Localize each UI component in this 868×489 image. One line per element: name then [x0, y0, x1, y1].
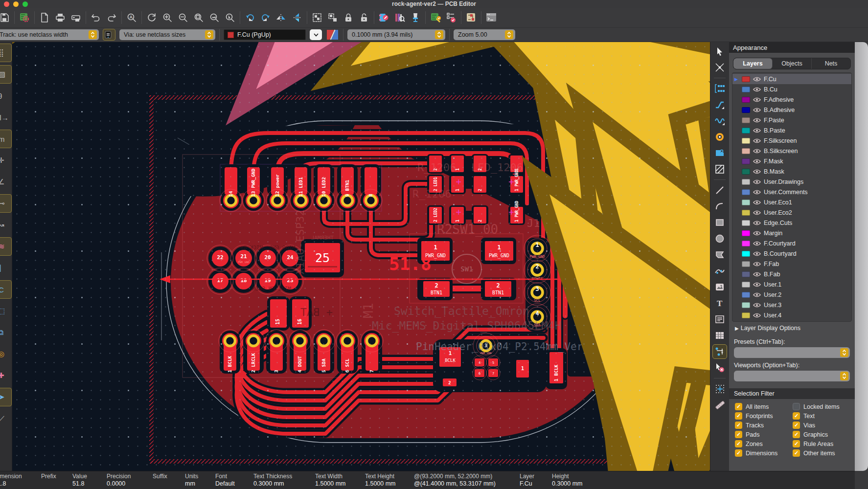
- eye-icon[interactable]: [753, 108, 761, 112]
- eye-icon[interactable]: [753, 221, 761, 225]
- drc-icon[interactable]: [443, 10, 459, 25]
- page-settings-icon[interactable]: [37, 10, 52, 25]
- layer-row[interactable]: F.Mask: [732, 156, 851, 166]
- via-display-tool-partial[interactable]: ∥: [0, 257, 12, 279]
- filter-checkbox[interactable]: [793, 412, 800, 420]
- pad-display-tool-partial[interactable]: ⧉: [0, 322, 12, 343]
- ungroup-icon[interactable]: [325, 10, 341, 25]
- unlock-icon[interactable]: [356, 10, 372, 25]
- plot-icon[interactable]: [68, 10, 84, 25]
- layer-row[interactable]: User.4: [732, 310, 851, 320]
- layer-dropdown-button[interactable]: [310, 29, 322, 40]
- zoom-in-icon[interactable]: [160, 10, 175, 25]
- filter-checkbox[interactable]: [735, 403, 742, 410]
- route-tracks-tool-icon[interactable]: [712, 97, 727, 112]
- eye-icon[interactable]: [753, 272, 761, 277]
- filter-checkbox[interactable]: [735, 431, 742, 438]
- delete-tool-icon[interactable]: [712, 360, 727, 375]
- ratsnest-curved-tool-partial[interactable]: ⊸: [0, 194, 12, 213]
- zoom-fit-page-icon[interactable]: [191, 10, 206, 25]
- add-image-tool-icon[interactable]: [712, 280, 727, 294]
- polar-coords-tool-partial[interactable]: θ: [0, 85, 12, 107]
- add-table-tool-icon[interactable]: [712, 328, 727, 343]
- layer-row[interactable]: F.Fab: [732, 259, 851, 269]
- eye-icon[interactable]: [753, 231, 761, 236]
- via-size-select[interactable]: Via: use netclass sizes: [119, 29, 215, 40]
- add-textbox-tool-icon[interactable]: [712, 312, 727, 327]
- eye-icon[interactable]: [753, 169, 761, 174]
- draw-line-tool-icon[interactable]: [712, 183, 727, 198]
- highcontrast-tool-partial[interactable]: ≋: [0, 237, 12, 256]
- layer-row[interactable]: B.Courtyard: [732, 248, 851, 259]
- eye-icon[interactable]: [753, 251, 761, 256]
- filter-checkbox[interactable]: [735, 422, 742, 429]
- filter-checkbox[interactable]: [793, 449, 800, 457]
- track-width-mode-button[interactable]: [103, 29, 115, 41]
- zoom-select[interactable]: Zoom 5.00: [454, 29, 515, 40]
- tab-nets[interactable]: Nets: [812, 58, 850, 69]
- eye-icon[interactable]: [753, 200, 761, 205]
- ratsnest-lines-tool-partial[interactable]: ∠: [0, 171, 12, 193]
- eye-icon[interactable]: [753, 303, 761, 308]
- zoom-out-icon[interactable]: [175, 10, 191, 25]
- layer-row[interactable]: User.3: [732, 300, 851, 310]
- zone-outline-tool-partial[interactable]: ⬚: [0, 300, 12, 322]
- add-footprint-tool-icon[interactable]: [712, 81, 727, 96]
- layer-row[interactable]: F.Silkscreen: [732, 135, 851, 146]
- units-inch-tool-partial[interactable]: il→: [0, 107, 12, 128]
- layer-row[interactable]: User.2: [732, 289, 851, 300]
- save-icon[interactable]: [0, 10, 12, 25]
- layer-display-options[interactable]: ▶Layer Display Options: [729, 322, 855, 334]
- draw-bezier-tool-icon[interactable]: [712, 264, 727, 278]
- eye-icon[interactable]: [753, 313, 761, 318]
- layer-row[interactable]: F.Adhesive: [732, 94, 851, 105]
- track-width-select[interactable]: Track: use netclass width: [0, 29, 99, 40]
- eye-icon[interactable]: [753, 262, 761, 267]
- undo-icon[interactable]: [88, 10, 104, 25]
- layer-row[interactable]: Edge.Cuts: [732, 218, 851, 228]
- flip-horizontal-icon[interactable]: [274, 10, 289, 25]
- tune-length-tool-icon[interactable]: [712, 113, 727, 128]
- layer-row[interactable]: F.Courtyard: [732, 238, 851, 248]
- filter-checkbox[interactable]: [735, 440, 742, 447]
- scripting-console-icon[interactable]: [483, 10, 499, 25]
- lock-icon[interactable]: [341, 10, 356, 25]
- layer-row-fcu[interactable]: ▶F.Cu: [732, 74, 851, 84]
- find-icon[interactable]: A: [124, 10, 139, 25]
- eye-icon[interactable]: [753, 149, 761, 154]
- eye-icon[interactable]: [753, 159, 761, 164]
- knife-tool-partial[interactable]: ／: [0, 408, 12, 429]
- track-display-tool-partial[interactable]: ↝: [0, 214, 12, 236]
- print-icon[interactable]: [52, 10, 68, 25]
- filter-checkbox[interactable]: [793, 431, 800, 438]
- eye-icon[interactable]: [753, 190, 761, 195]
- filter-checkbox[interactable]: [735, 449, 742, 457]
- layer-row[interactable]: B.Fab: [732, 269, 851, 279]
- layer-row[interactable]: User.Eco1: [732, 197, 851, 207]
- eye-icon[interactable]: [753, 128, 761, 133]
- layer-row[interactable]: B.Paste: [732, 125, 851, 135]
- layer-row[interactable]: B.Adhesive: [732, 105, 851, 115]
- active-layer-select[interactable]: F.Cu (PgUp): [224, 29, 306, 40]
- add-zone-tool-icon[interactable]: [712, 146, 727, 160]
- cross-probe-tool-partial[interactable]: ✚: [0, 365, 12, 386]
- eye-icon[interactable]: [753, 179, 761, 184]
- zoom-selection-icon[interactable]: [222, 10, 238, 25]
- window-edge-scrollbar[interactable]: [855, 42, 868, 471]
- group-icon[interactable]: [309, 10, 325, 25]
- schematic-editor-icon[interactable]: [463, 10, 479, 25]
- grid-style-tool-partial[interactable]: ▨: [0, 65, 12, 84]
- net-inspect-tool-partial[interactable]: ◎: [0, 343, 12, 365]
- tab-objects[interactable]: Objects: [773, 58, 812, 69]
- eye-icon[interactable]: [753, 97, 761, 102]
- draw-arc-tool-icon[interactable]: [712, 199, 727, 214]
- rotate-ccw-icon[interactable]: [242, 10, 258, 25]
- flip-vertical-icon[interactable]: [289, 10, 305, 25]
- add-rule-area-tool-icon[interactable]: [712, 162, 727, 177]
- layer-row[interactable]: Margin: [732, 228, 851, 238]
- eye-icon[interactable]: [753, 292, 761, 297]
- add-via-tool-icon[interactable]: [712, 130, 727, 144]
- layer-row[interactable]: User.Drawings: [732, 177, 851, 187]
- presets-select[interactable]: [734, 347, 850, 358]
- ratsnest-tool-icon[interactable]: [712, 60, 727, 75]
